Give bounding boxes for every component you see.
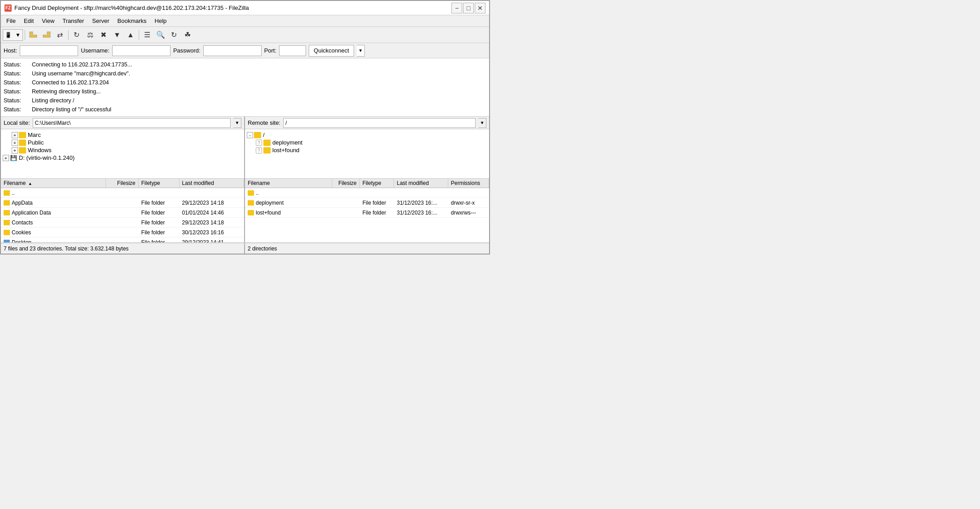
local-file-row[interactable]: Application Data File folder 01/01/2024 …: [1, 208, 244, 218]
status-line: Status:Directory listing of "/" successf…: [4, 105, 486, 114]
local-file-row[interactable]: Desktop File folder 29/12/2023 14:41: [1, 237, 244, 242]
host-input[interactable]: [20, 45, 78, 56]
tree-toggle[interactable]: +: [3, 155, 9, 161]
local-col-lastmod[interactable]: Last modified: [179, 179, 244, 188]
transfer-type-button[interactable]: ⇄: [54, 29, 66, 41]
local-filename-cell: Contacts: [1, 219, 106, 226]
menu-edit[interactable]: Edit: [20, 17, 37, 25]
tree-item-label: lost+found: [272, 147, 299, 154]
tree-toggle[interactable]: -: [247, 132, 253, 138]
remote-file-row[interactable]: lost+found File folder 31/12/2023 16:...…: [245, 208, 489, 218]
remote-tree-item[interactable]: -/: [245, 131, 489, 139]
menu-view[interactable]: View: [38, 17, 58, 25]
status-label: Status:: [4, 96, 28, 105]
local-site-path[interactable]: [33, 118, 231, 128]
filetype-cell: [139, 193, 179, 193]
local-file-row[interactable]: Contacts File folder 29/12/2023 14:18: [1, 218, 244, 228]
filter-button[interactable]: ⚖: [84, 29, 96, 41]
titlebar: FZ Fancy Druid Deployment - sftp://marc%…: [1, 1, 489, 15]
local-tree[interactable]: +Marc+Public+Windows+💾D: (virtio-win-0.1…: [1, 129, 244, 179]
refresh-button[interactable]: ↻: [70, 29, 83, 41]
cancel-button[interactable]: ✖: [97, 29, 110, 41]
filetype-cell: File folder: [139, 239, 179, 243]
filename-label: Application Data: [12, 210, 51, 216]
local-filename-cell: Desktop: [1, 239, 106, 243]
local-col-filetype[interactable]: Filetype: [139, 179, 179, 188]
disconnect-button[interactable]: ▼: [111, 29, 123, 41]
status-pane: Status:Connecting to 116.202.173.204:177…: [1, 58, 489, 117]
local-file-row[interactable]: ..: [1, 188, 244, 198]
remote-col-filetype[interactable]: Filetype: [360, 179, 394, 188]
tree-toggle[interactable]: +: [12, 140, 18, 146]
local-tree-item[interactable]: +Public: [1, 139, 244, 146]
local-col-filesize[interactable]: Filesize: [106, 179, 139, 188]
filetype-cell: File folder: [139, 219, 179, 226]
maximize-button[interactable]: □: [463, 3, 474, 13]
remote-file-row[interactable]: ..: [245, 188, 489, 198]
toggle-remote-tree-button[interactable]: [40, 29, 53, 41]
queue-button[interactable]: ☰: [141, 29, 153, 41]
remote-site-dropdown[interactable]: ▼: [478, 118, 486, 128]
drive-icon: 💾: [10, 155, 17, 161]
remote-col-lastmod[interactable]: Last modified: [394, 179, 448, 188]
remote-col-filesize[interactable]: Filesize: [332, 179, 360, 188]
remote-filelist[interactable]: Filename Filesize Filetype Last modified…: [245, 179, 489, 242]
tree-toggle[interactable]: +: [12, 147, 18, 154]
toggle-local-tree-button[interactable]: [27, 29, 39, 41]
local-filelist[interactable]: Filename ▲ Filesize Filetype Last modifi…: [1, 179, 244, 242]
svg-rect-1: [30, 35, 37, 37]
local-tree-item[interactable]: +Marc: [1, 131, 244, 139]
username-label: Username:: [81, 47, 109, 54]
status-line: Status:Listing directory /: [4, 96, 486, 105]
sync-button[interactable]: ↻: [168, 29, 180, 41]
local-tree-item[interactable]: +Windows: [1, 146, 244, 154]
lastmod-cell: [179, 193, 244, 193]
port-input[interactable]: [279, 45, 306, 56]
remote-site-path[interactable]: [283, 118, 476, 128]
local-filename-cell: ..: [1, 189, 106, 197]
status-label: Status:: [4, 87, 28, 96]
remote-file-row[interactable]: deployment File folder 31/12/2023 16:...…: [245, 198, 489, 208]
menu-server[interactable]: Server: [88, 17, 113, 25]
reconnect-button[interactable]: ▲: [124, 29, 137, 41]
minimize-button[interactable]: −: [451, 3, 462, 13]
local-filename-cell: Application Data: [1, 209, 106, 216]
remote-tree-item[interactable]: ?lost+found: [245, 146, 489, 154]
filesize-cell: [106, 193, 139, 193]
menu-transfer[interactable]: Transfer: [59, 17, 88, 25]
username-input[interactable]: [112, 45, 171, 56]
password-input[interactable]: [203, 45, 262, 56]
local-tree-item[interactable]: +💾D: (virtio-win-0.1.240): [1, 154, 244, 162]
local-site-dropdown[interactable]: ▼: [233, 118, 241, 128]
tree-item-label: Public: [28, 139, 44, 146]
status-line: Status:Using username "marc@highcard.dev…: [4, 69, 486, 78]
filesize-cell: [106, 202, 139, 203]
menu-help[interactable]: Help: [151, 17, 171, 25]
remote-col-filename[interactable]: Filename: [245, 179, 332, 188]
tree-item-label: Marc: [28, 132, 41, 138]
menu-file[interactable]: File: [3, 17, 19, 25]
tree-toggle[interactable]: +: [12, 132, 18, 138]
quickconnect-dropdown-button[interactable]: ▼: [357, 45, 365, 57]
filetype-cell: File folder: [139, 209, 179, 216]
close-button[interactable]: ✕: [475, 3, 486, 13]
password-label: Password:: [173, 47, 201, 54]
local-file-row[interactable]: AppData File folder 29/12/2023 14:18: [1, 198, 244, 208]
site-manager-button[interactable]: 📱 ▼: [3, 29, 23, 41]
remote-site-label: Remote site:: [248, 119, 280, 126]
remote-tree-item[interactable]: ?deployment: [245, 139, 489, 146]
local-file-row[interactable]: Cookies File folder 30/12/2023 16:16: [1, 228, 244, 237]
status-label: Status:: [4, 69, 28, 78]
site-manager-icon: 📱: [3, 32, 13, 38]
remote-col-perms[interactable]: Permissions: [448, 179, 489, 188]
file-folder-icon: [4, 220, 10, 225]
svg-rect-3: [43, 35, 50, 37]
local-col-filename[interactable]: Filename ▲: [1, 179, 106, 188]
menu-bookmarks[interactable]: Bookmarks: [114, 17, 150, 25]
compare-button[interactable]: ☘: [181, 29, 194, 41]
quickconnect-button[interactable]: Quickconnect: [309, 45, 354, 57]
status-label: Status:: [4, 105, 28, 114]
search-button[interactable]: 🔍: [154, 29, 167, 41]
remote-panel: Remote site: ▼ -/?deployment?lost+found …: [245, 117, 489, 242]
remote-tree[interactable]: -/?deployment?lost+found: [245, 129, 489, 179]
